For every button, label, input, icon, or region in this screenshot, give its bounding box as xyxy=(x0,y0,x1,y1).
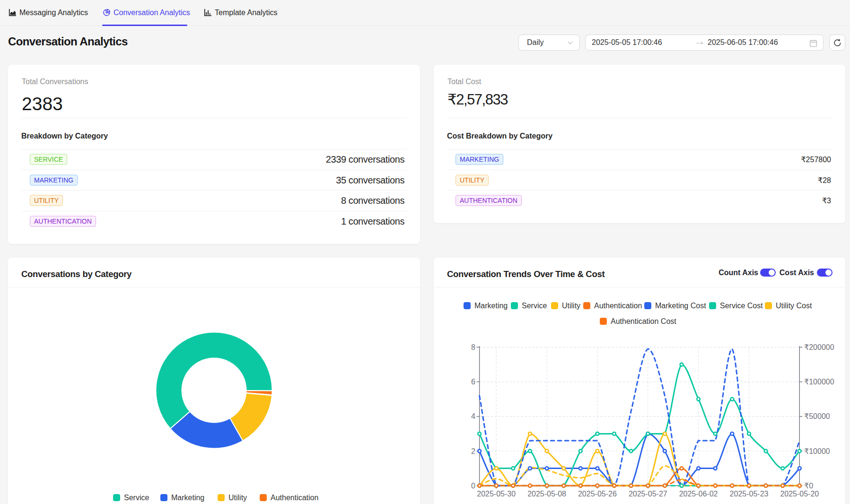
svg-text:2025-06-02: 2025-06-02 xyxy=(679,490,718,498)
svg-text:8: 8 xyxy=(471,343,475,351)
svg-text:4: 4 xyxy=(471,412,475,420)
svg-text:₹10000: ₹10000 xyxy=(804,447,830,455)
svg-text:₹50000: ₹50000 xyxy=(804,412,830,420)
svg-text:2025-05-08: 2025-05-08 xyxy=(527,490,566,498)
svg-text:₹200000: ₹200000 xyxy=(804,343,834,351)
svg-text:2025-05-27: 2025-05-27 xyxy=(629,490,667,498)
svg-text:₹0: ₹0 xyxy=(804,482,813,490)
svg-text:₹100000: ₹100000 xyxy=(804,378,834,386)
svg-text:6: 6 xyxy=(471,378,475,386)
svg-text:2025-05-30: 2025-05-30 xyxy=(477,490,516,498)
svg-text:2025-05-23: 2025-05-23 xyxy=(730,490,769,498)
svg-text:2025-05-26: 2025-05-26 xyxy=(578,490,617,498)
svg-text:2025-05-20: 2025-05-20 xyxy=(780,490,819,498)
svg-text:0: 0 xyxy=(471,482,475,490)
svg-text:2: 2 xyxy=(471,447,475,455)
